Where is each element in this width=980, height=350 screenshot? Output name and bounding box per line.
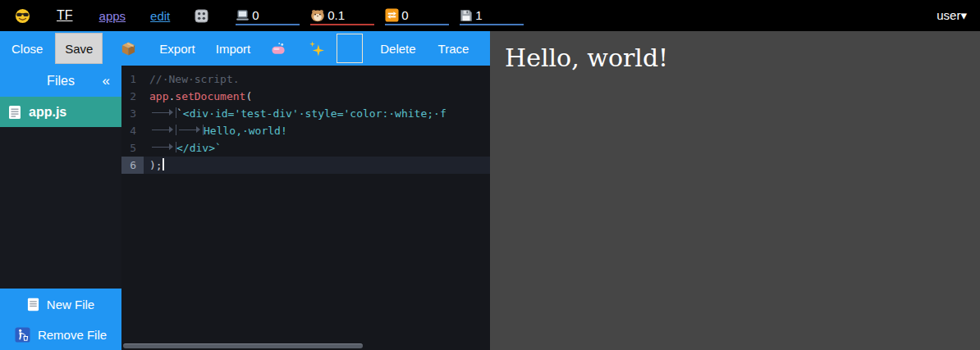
left-pane: Close Save Export Import: [0, 31, 490, 350]
code-line-text: //·New·script.: [144, 70, 240, 88]
stat-field-hamster[interactable]: 0.1: [310, 6, 374, 25]
file-list-empty-area: [0, 127, 121, 289]
remove-file-button[interactable]: Remove File: [0, 320, 121, 350]
code-line: 3`<div·id='test-div'·style='color:·white…: [121, 105, 490, 122]
code-line-text: Hello,·world!: [144, 122, 287, 139]
files-header-label: Files: [47, 74, 75, 89]
stat-field-laptop[interactable]: 0: [236, 6, 300, 25]
text-caret: [163, 158, 164, 170]
code-line: 1//·New·script.: [121, 70, 490, 88]
edit-link[interactable]: edit: [150, 9, 170, 23]
new-file-button[interactable]: New File: [0, 289, 121, 320]
litter-bin-icon: [15, 327, 30, 343]
preview-hello-text: Hello, world!: [490, 31, 980, 72]
editor-toolbar: Close Save Export Import: [0, 31, 490, 66]
smiley-sunglasses-icon[interactable]: [15, 8, 30, 24]
stat-value: 0.1: [327, 8, 345, 22]
trace-button[interactable]: Trace: [438, 42, 469, 56]
hamster-icon: [310, 8, 325, 22]
line-number: 1: [121, 70, 144, 88]
tab-marker-icon: [176, 125, 204, 135]
close-button[interactable]: Close: [11, 42, 43, 56]
import-button[interactable]: Import: [216, 42, 251, 56]
top-bar: TF apps edit 0 0.1: [0, 0, 980, 31]
files-header: Files «: [0, 66, 121, 97]
tab-marker-icon: [149, 142, 176, 152]
code-line-text: app.setDocument(: [144, 88, 252, 105]
delete-button[interactable]: Delete: [380, 42, 415, 56]
tab-marker-icon: [149, 107, 176, 118]
line-number: 6: [121, 157, 144, 174]
tab-marker-icon: [149, 125, 176, 135]
sparkles-icon[interactable]: [309, 41, 324, 57]
code-editor[interactable]: 1//·New·script.2app.setDocument(3`<div·i…: [121, 66, 490, 350]
remove-file-label: Remove File: [38, 328, 107, 342]
package-icon[interactable]: [121, 41, 136, 57]
doc-icon: [8, 105, 21, 120]
file-item-appjs[interactable]: app.js: [0, 97, 121, 127]
collapse-sidebar-button[interactable]: «: [103, 73, 110, 89]
stat-value: 1: [475, 8, 482, 22]
new-file-label: New File: [47, 298, 94, 311]
floppy-icon: [460, 9, 473, 22]
line-number: 4: [121, 122, 144, 139]
code-line: 4Hello,·world!: [121, 122, 490, 139]
new-file-icon: [27, 298, 39, 311]
code-line-text: `<div·id='test-div'·style='color:·white;…: [144, 105, 446, 122]
dice-icon[interactable]: [195, 9, 208, 23]
laptop-icon: [236, 9, 250, 22]
code-line-text: );: [144, 157, 164, 174]
export-button[interactable]: Export: [159, 42, 195, 56]
code-line-text: </div>`: [144, 139, 222, 157]
stat-value: 0: [401, 8, 408, 22]
horizontal-scrollbar-thumb[interactable]: [123, 343, 363, 348]
apps-link[interactable]: apps: [99, 9, 126, 23]
user-menu[interactable]: user▾: [936, 8, 967, 23]
preview-panel: Hello, world!: [490, 31, 980, 350]
file-sidebar: Files « app.js: [0, 66, 121, 350]
repeat-icon: [385, 8, 399, 22]
code-lines: 1//·New·script.2app.setDocument(3`<div·i…: [121, 70, 490, 174]
workspace: Files « app.js: [0, 66, 490, 350]
stat-field-floppy[interactable]: 1: [460, 6, 524, 25]
line-number: 5: [121, 139, 144, 157]
home-link[interactable]: TF: [57, 8, 73, 23]
save-button[interactable]: Save: [55, 33, 103, 64]
line-number: 2: [121, 88, 144, 105]
sidebar-footer: New File Remove File: [0, 289, 121, 350]
line-number: 3: [121, 105, 144, 122]
soap-icon[interactable]: [271, 42, 286, 56]
code-line: 5</div>`: [121, 139, 490, 157]
file-name: app.js: [29, 105, 66, 120]
code-line: 2app.setDocument(: [121, 88, 490, 105]
stat-field-repeat[interactable]: 0: [385, 6, 449, 25]
toolbar-empty-box[interactable]: [337, 34, 363, 63]
stat-value: 0: [252, 8, 259, 22]
code-line: 6);: [121, 157, 490, 174]
